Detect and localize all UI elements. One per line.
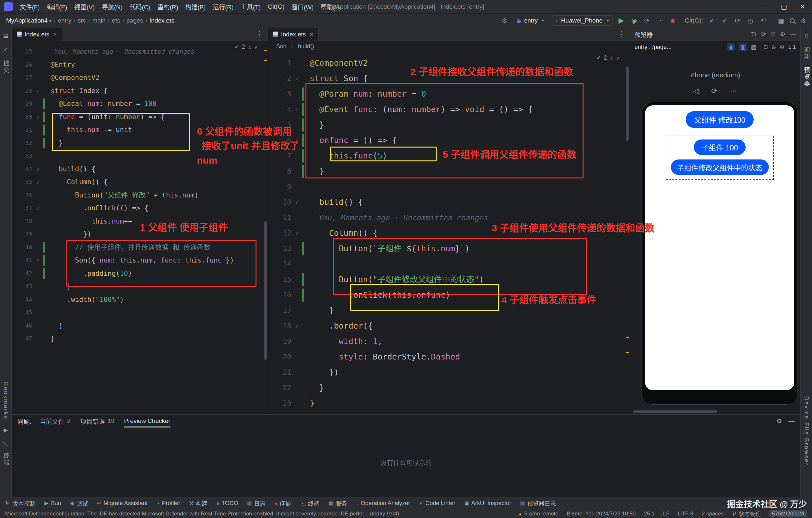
- tool-window-button-5[interactable]: ⚒构建: [189, 499, 207, 507]
- code-line[interactable]: 5 }: [268, 117, 630, 133]
- breadcrumb-item[interactable]: entry: [56, 17, 73, 24]
- code-line[interactable]: 19 width: 1,: [268, 334, 630, 349]
- breadcrumb-item[interactable]: Index.ets: [148, 17, 176, 24]
- menu-item[interactable]: Git(G): [264, 3, 288, 10]
- menu-item[interactable]: 构建(B): [182, 2, 209, 11]
- code-line[interactable]: 12∨ Column() {: [268, 225, 630, 241]
- flip-icon[interactable]: ◁: [693, 87, 699, 95]
- code-breadcrumb-item[interactable]: Son: [274, 43, 288, 50]
- child-button[interactable]: 子组件 100: [694, 140, 746, 155]
- status-message[interactable]: Microsoft Defender configuration: The ID…: [5, 511, 510, 517]
- code-line[interactable]: 30∨ func = (unit: number) => {: [11, 111, 268, 124]
- memory-indicator[interactable]: 576M/2000M: [769, 510, 807, 517]
- fold-icon[interactable]: ∨: [32, 202, 43, 215]
- tool-window-button-14[interactable]: ▥预览器日志: [520, 499, 556, 507]
- parent-button[interactable]: 父组件 修改100: [686, 111, 754, 128]
- code-line[interactable]: 6∨ onfunc = () => {: [268, 133, 630, 148]
- tool-window-button-3[interactable]: ⇨Migrate Assistant: [97, 500, 148, 507]
- code-line[interactable]: 20 style: BorderStyle.Dashed: [268, 349, 630, 365]
- minimize-button[interactable]: –: [756, 0, 775, 13]
- code-line[interactable]: 11 You, Moments ago · Uncommitted change…: [268, 210, 630, 225]
- terminal-tool-icon[interactable]: >_: [3, 441, 8, 446]
- tool-window-button-10[interactable]: ▦服务: [328, 499, 347, 507]
- code-line[interactable]: 47}: [11, 332, 268, 345]
- tool-window-button-7[interactable]: ▤日志: [247, 499, 265, 507]
- menu-item[interactable]: 编辑(E): [43, 2, 70, 11]
- fold-icon[interactable]: ∨: [32, 163, 43, 176]
- text-size-icon[interactable]: Tt: [751, 31, 756, 38]
- tool-windows-icon[interactable]: ▦: [777, 17, 785, 25]
- tool-notifications[interactable]: 通知: [802, 47, 811, 60]
- code-line[interactable]: 2∨struct Son {: [268, 71, 630, 86]
- maximize-button[interactable]: ▢: [775, 0, 793, 13]
- code-line[interactable]: 17 }: [268, 303, 630, 318]
- fold-icon[interactable]: ∨: [291, 194, 302, 210]
- rotate-device-icon[interactable]: ⟳: [711, 87, 717, 95]
- fold-icon[interactable]: ∨: [291, 225, 302, 241]
- code-line[interactable]: 29 @Local num: number = 100: [11, 97, 268, 111]
- line-separator[interactable]: LF: [663, 511, 670, 517]
- git-history-icon[interactable]: ◷: [746, 17, 755, 25]
- menu-item[interactable]: 工具(T): [237, 2, 264, 11]
- run-tool-icon[interactable]: ▶: [4, 427, 8, 434]
- menu-item[interactable]: 代码(C): [126, 2, 154, 11]
- git-push-icon[interactable]: ⟳: [733, 17, 742, 25]
- code-line[interactable]: 22 }: [268, 380, 630, 396]
- git-rollback-icon[interactable]: ↶: [759, 17, 767, 25]
- panel-settings-icon[interactable]: ⚙: [777, 418, 782, 425]
- left-code-area[interactable]: 25 You, Moments ago · Uncommitted change…: [11, 41, 268, 414]
- code-line[interactable]: 13 Button(`子组件 ${this.num}`): [268, 241, 630, 256]
- menu-item[interactable]: 重构(R): [154, 2, 182, 11]
- hide-panel-icon[interactable]: —: [790, 31, 796, 38]
- fold-icon[interactable]: ∨: [32, 176, 43, 189]
- close-button[interactable]: ✕: [793, 0, 812, 13]
- breadcrumb-item[interactable]: ets: [110, 17, 121, 24]
- tool-terminal[interactable]: 终端: [2, 453, 10, 466]
- code-line[interactable]: 26@Entry: [11, 58, 268, 71]
- inspection-widget[interactable]: ✔ 2 ∧ ∨: [594, 54, 621, 62]
- app-logo-icon[interactable]: [4, 2, 13, 11]
- scrollbar-thumb[interactable]: [264, 221, 267, 360]
- indent-setting[interactable]: 2 spaces: [702, 511, 724, 517]
- tool-window-button-0[interactable]: 版本控制: [5, 499, 35, 507]
- project-tool-icon[interactable]: ▤: [3, 33, 8, 39]
- prev-problem-icon[interactable]: ∧: [248, 44, 251, 50]
- code-line[interactable]: 23}: [268, 396, 630, 411]
- code-line[interactable]: 31 this.num -= unit: [11, 123, 268, 136]
- next-problem-icon[interactable]: ∨: [254, 44, 257, 50]
- code-line[interactable]: 40 // 使用子组件，并且传递数据 和 传递函数: [11, 241, 268, 254]
- breadcrumb-item[interactable]: src: [76, 17, 87, 24]
- scrollbar-thumb[interactable]: [626, 67, 629, 141]
- breadcrumb-item[interactable]: MyApplication4▾: [4, 17, 53, 24]
- git-update-icon[interactable]: ✔: [707, 17, 716, 25]
- inspect-mode-icon[interactable]: ◉: [727, 43, 735, 51]
- warning-stripe-mark[interactable]: [264, 50, 267, 51]
- file-encoding[interactable]: UTF-8: [678, 511, 693, 517]
- tab-index-ets-right[interactable]: Index.ets ×: [268, 28, 319, 40]
- grid-icon[interactable]: ▦: [751, 44, 756, 51]
- fold-icon[interactable]: ∨: [291, 318, 302, 334]
- zoom-out-icon[interactable]: ⊖: [772, 44, 776, 51]
- profiler-icon[interactable]: ◔: [656, 17, 664, 25]
- bottom-tab-2[interactable]: Preview Checker: [124, 415, 170, 427]
- tool-window-button-4[interactable]: ◔Profiler: [156, 500, 180, 507]
- code-line[interactable]: 35∨ Column() {: [11, 176, 268, 189]
- tool-window-button-6[interactable]: ≡TODO: [216, 500, 238, 507]
- git-status-widget[interactable]: ▲ 5 ∆/no remote: [518, 511, 558, 517]
- fold-icon[interactable]: ∨: [291, 102, 302, 117]
- right-code-area[interactable]: 1@ComponentV22∨struct Son {3 @Param num:…: [268, 52, 630, 414]
- caret-position[interactable]: 25:1: [644, 511, 655, 517]
- zoom-level[interactable]: 1:1: [788, 44, 796, 50]
- search-icon[interactable]: [790, 18, 794, 23]
- preview-target[interactable]: entry : /page...: [634, 44, 671, 51]
- code-line[interactable]: 3 @Param num: number = 0: [268, 86, 630, 102]
- code-breadcrumb-item[interactable]: build(): [296, 43, 316, 50]
- code-line[interactable]: 10∨ build() {: [268, 194, 630, 210]
- code-line[interactable]: 32 }: [11, 136, 268, 150]
- code-line[interactable]: 28∨struct Index {: [11, 84, 268, 98]
- tool-window-button-11[interactable]: ≈Operation Analyzer: [356, 500, 410, 507]
- debug-button[interactable]: ◉: [630, 17, 638, 25]
- code-line[interactable]: 16 .onClick(this.onfunc): [268, 287, 630, 303]
- horizontal-scrollbar[interactable]: [633, 410, 717, 413]
- fit-screen-icon[interactable]: □: [764, 44, 767, 50]
